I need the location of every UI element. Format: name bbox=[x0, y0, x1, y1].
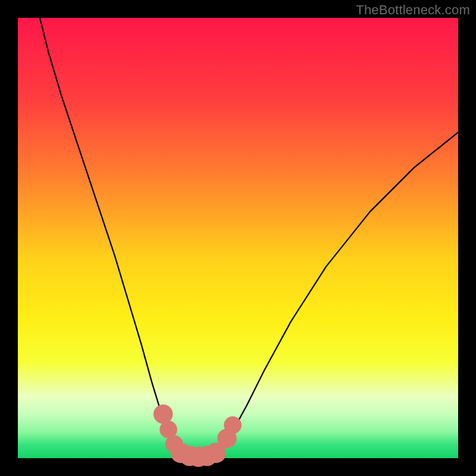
bottleneck-chart bbox=[0, 0, 476, 476]
plot-background bbox=[18, 18, 458, 458]
chart-frame: TheBottleneck.com bbox=[0, 0, 476, 476]
watermark-label: TheBottleneck.com bbox=[356, 2, 470, 18]
marker-j bbox=[224, 416, 242, 434]
